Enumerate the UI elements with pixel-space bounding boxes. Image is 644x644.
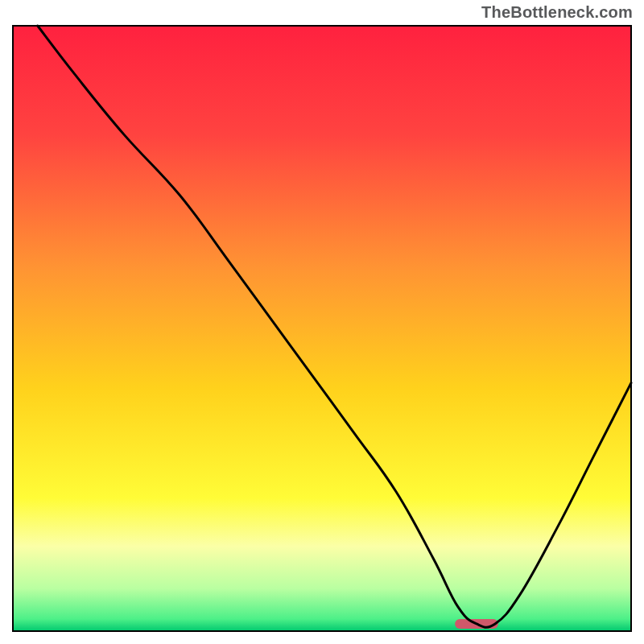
bottleneck-plot <box>0 0 644 644</box>
watermark-text: TheBottleneck.com <box>481 3 633 22</box>
chart-frame: TheBottleneck.com <box>0 0 644 644</box>
plot-background <box>13 26 631 631</box>
